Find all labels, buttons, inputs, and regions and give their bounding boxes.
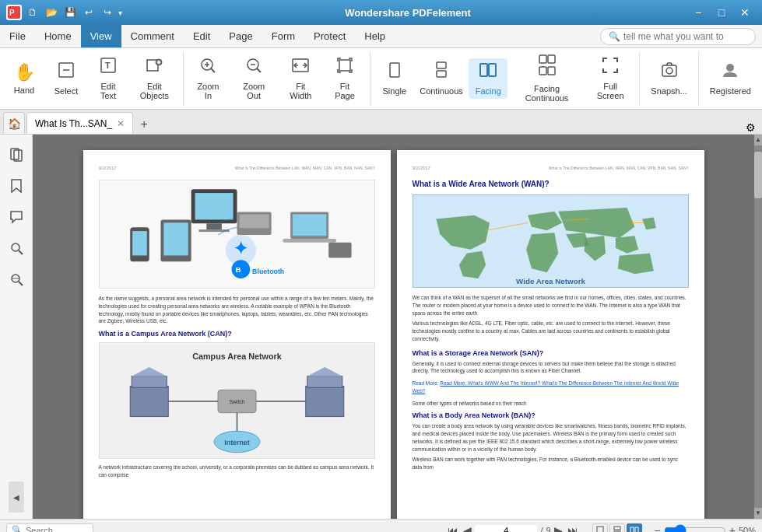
- svg-point-32: [726, 64, 734, 72]
- hand-icon: [14, 62, 35, 82]
- settings-button[interactable]: ⚙: [746, 121, 756, 134]
- single-view-button[interactable]: Single: [375, 58, 414, 99]
- full-screen-button[interactable]: Full Screen: [586, 54, 634, 103]
- continuous-icon: [433, 61, 450, 83]
- minimize-button[interactable]: −: [687, 5, 709, 20]
- comments-panel-button[interactable]: [2, 203, 30, 231]
- zoom-in-button[interactable]: Zoom In: [188, 54, 228, 103]
- view-mode-single-btn[interactable]: [592, 523, 608, 533]
- page2-header: 3/2/2017 What Is The Difference Between …: [413, 166, 689, 173]
- edit-tools-group: Hand Select T Edit Text Edit Objects: [0, 51, 184, 106]
- scroll-thumb[interactable]: [754, 152, 762, 198]
- menu-page[interactable]: Page: [219, 25, 262, 47]
- page-sep: /: [540, 526, 543, 533]
- menu-help[interactable]: Help: [355, 25, 395, 47]
- edit-objects-button[interactable]: Edit Objects: [131, 54, 178, 103]
- full-screen-label: Full Screen: [592, 82, 628, 100]
- page2-para3: Generally, it is used to connect externa…: [413, 360, 689, 376]
- left-panel: ◀: [0, 135, 33, 519]
- page1-paragraph2: A network infrastructure covering the sc…: [99, 464, 375, 479]
- open-button[interactable]: 📂: [44, 5, 59, 20]
- menu-form[interactable]: Form: [262, 25, 304, 47]
- continuous-view-button[interactable]: Continuous: [417, 58, 465, 99]
- registered-button[interactable]: Registered: [704, 58, 757, 99]
- find-panel-button[interactable]: [2, 265, 30, 293]
- pdf-area[interactable]: 3/2/2017 What Is The Difference Between …: [33, 135, 754, 519]
- search-box[interactable]: 🔍: [600, 28, 756, 45]
- nav-last-button[interactable]: ⏭: [566, 524, 580, 533]
- search-panel-button[interactable]: [2, 234, 30, 262]
- document-tab[interactable]: What Is Th...SAN_ ✕: [26, 112, 133, 134]
- edit-text-icon: T: [100, 57, 117, 79]
- read-more-link[interactable]: Read More: What's WWW And The Internet? …: [413, 380, 679, 394]
- menu-view[interactable]: View: [81, 25, 121, 47]
- close-tab-button[interactable]: ✕: [117, 118, 125, 129]
- hand-tool-button[interactable]: Hand: [5, 59, 44, 98]
- select-tool-button[interactable]: Select: [47, 58, 86, 99]
- menu-file[interactable]: File: [0, 25, 35, 47]
- close-button[interactable]: ✕: [734, 5, 756, 20]
- scroll-track: [754, 145, 762, 508]
- status-search-area[interactable]: 🔍: [6, 523, 93, 532]
- view-mode-continuous-btn[interactable]: [609, 523, 625, 533]
- new-button[interactable]: 🗋: [25, 5, 40, 20]
- svg-rect-29: [548, 67, 555, 75]
- svg-rect-64: [130, 386, 168, 416]
- snapshot-button[interactable]: Snapsh...: [644, 58, 693, 99]
- svg-rect-43: [206, 223, 222, 229]
- svg-rect-22: [437, 62, 446, 68]
- facing-label: Facing: [476, 86, 501, 96]
- app-title: Wondershare PDFelement: [128, 7, 687, 19]
- pages-container: 3/2/2017 What Is The Difference Between …: [83, 150, 704, 519]
- svg-rect-68: [307, 376, 342, 388]
- nav-prev-button[interactable]: ◀: [462, 524, 473, 533]
- bookmark-panel-button[interactable]: [2, 172, 30, 200]
- zoom-level-label: 50%: [739, 526, 756, 533]
- pages-panel-button[interactable]: [2, 141, 30, 169]
- collapse-panel-button[interactable]: ◀: [9, 481, 24, 513]
- redo-button[interactable]: ↪: [100, 5, 115, 20]
- zoom-slider[interactable]: [664, 524, 726, 533]
- page-number-input[interactable]: [475, 525, 537, 533]
- scroll-up-button[interactable]: ▲: [754, 135, 762, 145]
- menu-edit[interactable]: Edit: [184, 25, 219, 47]
- zoom-in-status-btn[interactable]: +: [729, 524, 736, 533]
- fit-width-button[interactable]: Fit Width: [279, 54, 321, 103]
- page2-para2: Various technologies like ADSL, 4G LTE, …: [413, 320, 689, 342]
- undo-button[interactable]: ↩: [81, 5, 97, 20]
- svg-rect-23: [437, 71, 446, 77]
- tab-label: What Is Th...SAN_: [35, 118, 112, 129]
- page2-title-header: What Is The Difference Between LAN, WAN,…: [549, 166, 689, 170]
- status-search-input[interactable]: [26, 526, 88, 533]
- zoom-out-status-btn[interactable]: −: [655, 524, 661, 533]
- svg-point-31: [666, 68, 672, 74]
- page-total: 9: [546, 526, 550, 533]
- svg-rect-84: [635, 527, 638, 533]
- svg-rect-28: [539, 67, 546, 75]
- view-mode-facing-btn[interactable]: [627, 523, 642, 533]
- svg-text:B: B: [235, 265, 241, 274]
- select-icon: [58, 61, 75, 83]
- maximize-button[interactable]: □: [711, 5, 732, 20]
- edit-text-button[interactable]: T Edit Text: [89, 54, 128, 103]
- svg-text:Internet: Internet: [224, 439, 249, 446]
- menu-home[interactable]: Home: [35, 25, 81, 47]
- quick-access-dropdown[interactable]: ▾: [118, 9, 122, 17]
- save-button[interactable]: 💾: [62, 5, 78, 20]
- svg-rect-52: [328, 243, 351, 258]
- facing-view-button[interactable]: Facing: [469, 58, 507, 99]
- quick-access-toolbar: P 🗋 📂 💾 ↩ ↪ ▾: [6, 5, 122, 20]
- zoom-out-label: Zoom Out: [237, 82, 270, 100]
- search-input[interactable]: [623, 31, 747, 42]
- home-tab-button[interactable]: 🏠: [3, 112, 25, 134]
- fit-page-button[interactable]: Fit Page: [325, 54, 365, 103]
- menu-comment[interactable]: Comment: [121, 25, 184, 47]
- menu-protect[interactable]: Protect: [304, 25, 355, 47]
- scrollbar-right[interactable]: ▲ ▼: [754, 135, 762, 519]
- facing-continuous-button[interactable]: Facing Continuous: [511, 51, 583, 106]
- scroll-down-button[interactable]: ▼: [754, 508, 762, 519]
- nav-first-button[interactable]: ⏮: [446, 524, 460, 533]
- nav-next-button[interactable]: ▶: [553, 524, 564, 533]
- add-tab-button[interactable]: +: [135, 115, 153, 134]
- zoom-out-button[interactable]: Zoom Out: [231, 54, 276, 103]
